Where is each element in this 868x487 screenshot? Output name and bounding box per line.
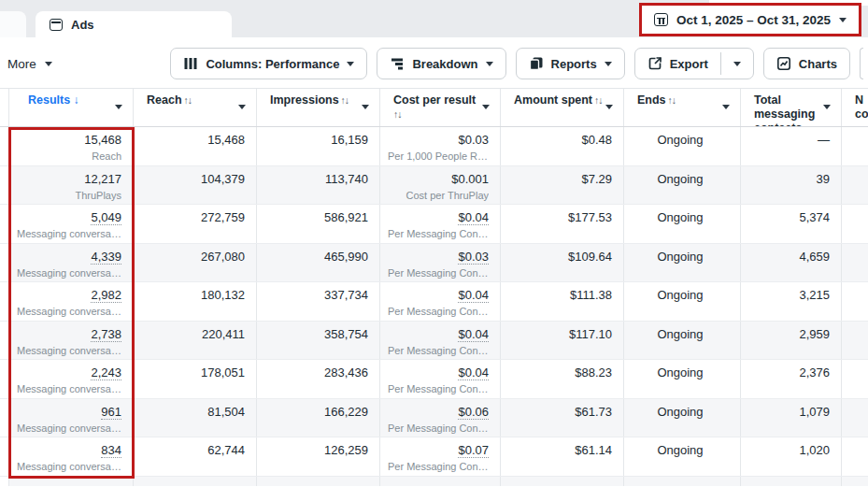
column-header-total_messaging_contacts[interactable]: Total messaging contacts ↑↓ bbox=[741, 89, 842, 126]
row-select-strip[interactable] bbox=[0, 477, 9, 487]
result-value[interactable]: 2,738 bbox=[91, 327, 121, 342]
result-value[interactable]: 2,982 bbox=[91, 288, 121, 303]
amount-spent-cell: $177.53 bbox=[501, 205, 624, 243]
table-row[interactable]: 12,217 ThruPlays 104,379 113,740 $0.001 … bbox=[0, 166, 868, 206]
truncated-cell bbox=[842, 322, 868, 360]
row-select-strip[interactable] bbox=[0, 205, 9, 243]
table-row[interactable]: 2,243 Messaging conversat... 178,051 283… bbox=[0, 360, 868, 399]
charts-button[interactable]: Charts bbox=[763, 48, 850, 79]
date-range-picker[interactable]: Oct 1, 2025 – Oct 31, 2025 bbox=[642, 6, 859, 34]
row-select-strip[interactable] bbox=[0, 437, 9, 476]
column-header-reach[interactable]: Reach ↑↓ bbox=[134, 89, 257, 126]
table-row[interactable]: 2,738 Messaging conversat... 220,411 358… bbox=[0, 322, 868, 361]
ads-table: Results ↓Reach ↑↓Impressions ↑↓Cost per … bbox=[0, 89, 868, 487]
row-select-strip[interactable] bbox=[0, 399, 9, 437]
chevron-down-icon[interactable] bbox=[823, 105, 831, 109]
table-row-partial[interactable] bbox=[0, 477, 868, 487]
chevron-down-icon[interactable] bbox=[482, 105, 490, 109]
column-header-amount_spent[interactable]: Amount spent ↑↓ bbox=[501, 89, 624, 126]
result-type-label: Messaging conversat... bbox=[17, 421, 121, 437]
result-value[interactable]: 961 bbox=[101, 405, 121, 420]
ends-cell: Ongoing bbox=[624, 360, 741, 398]
cost-per-result-value[interactable]: $0.03 bbox=[458, 133, 489, 147]
amount-spent-cell: $88.23 bbox=[501, 360, 624, 398]
column-header-impressions[interactable]: Impressions ↑↓ bbox=[257, 89, 380, 126]
chevron-down-icon[interactable] bbox=[362, 105, 369, 109]
cost-per-result-value[interactable]: $0.03 bbox=[458, 250, 489, 265]
cost-per-result-cell: $0.04 Per Messaging Conv... bbox=[380, 282, 501, 321]
chevron-down-icon bbox=[347, 62, 354, 66]
truncated-cell bbox=[842, 399, 868, 437]
row-select-strip[interactable] bbox=[0, 244, 9, 282]
ends-cell: Ongoing bbox=[624, 437, 741, 476]
tab-ads[interactable]: Ads bbox=[36, 11, 232, 37]
impressions-cell: 166,229 bbox=[257, 399, 380, 437]
cost-per-result-value[interactable]: $0.001 bbox=[451, 172, 489, 186]
table-row[interactable]: 834 Messaging conversat... 62,744 126,25… bbox=[0, 437, 868, 477]
result-value[interactable]: 12,217 bbox=[84, 172, 121, 186]
cost-per-result-value[interactable]: $0.04 bbox=[458, 365, 489, 380]
row-select-strip[interactable] bbox=[0, 127, 9, 165]
ends-cell: Ongoing bbox=[624, 399, 741, 437]
cost-per-result-value[interactable]: $0.07 bbox=[458, 443, 489, 458]
tab-adsets-partial[interactable] bbox=[0, 11, 26, 37]
column-header-ends[interactable]: Ends ↑↓ bbox=[624, 89, 741, 126]
table-row[interactable]: 2,982 Messaging conversat... 180,132 337… bbox=[0, 282, 868, 322]
chevron-down-icon bbox=[486, 62, 493, 66]
amount-spent-cell: $7.29 bbox=[501, 166, 624, 205]
row-select-strip[interactable] bbox=[0, 166, 9, 205]
cost-per-result-value[interactable]: $0.04 bbox=[458, 210, 489, 225]
amount-spent-cell: $111.38 bbox=[501, 282, 624, 321]
table-row[interactable]: 15,468 Reach 15,468 16,159 $0.03 Per 1,0… bbox=[0, 127, 868, 166]
column-header-results[interactable]: Results ↓ bbox=[9, 89, 134, 126]
reach-cell: 220,411 bbox=[134, 322, 257, 360]
impressions-cell: 126,259 bbox=[257, 437, 380, 476]
chevron-down-icon[interactable] bbox=[115, 105, 122, 109]
column-header-next_column_truncated[interactable]: Nco bbox=[842, 89, 868, 126]
ends-cell: Ongoing bbox=[624, 244, 741, 282]
row-select-strip[interactable] bbox=[0, 282, 9, 321]
reports-icon bbox=[529, 56, 544, 71]
more-button[interactable]: More bbox=[7, 52, 52, 75]
total-messaging-contacts-cell: 39 bbox=[741, 166, 842, 205]
cost-per-result-cell: $0.07 Per Messaging Conv... bbox=[380, 437, 501, 476]
cost-per-result-value[interactable]: $0.06 bbox=[458, 405, 489, 420]
breakdown-label: Breakdown bbox=[412, 57, 477, 71]
truncated-cell bbox=[842, 127, 868, 165]
results-cell: 2,243 Messaging conversat... bbox=[9, 360, 134, 398]
cost-per-result-cell: $0.04 Per Messaging Conv... bbox=[380, 205, 501, 243]
result-value[interactable]: 2,243 bbox=[91, 365, 121, 380]
result-value[interactable]: 15,468 bbox=[84, 133, 121, 147]
cost-per-result-label: Per Messaging Conv... bbox=[388, 421, 489, 437]
reports-button[interactable]: Reports bbox=[516, 48, 625, 79]
select-column-strip[interactable] bbox=[0, 89, 9, 126]
truncated-cell bbox=[842, 282, 868, 321]
next-button-partial[interactable] bbox=[860, 48, 863, 79]
result-value[interactable]: 5,049 bbox=[91, 210, 121, 225]
sort-both-icon: ↑↓ bbox=[393, 108, 402, 120]
reach-cell bbox=[134, 477, 257, 487]
breakdown-button[interactable]: Breakdown bbox=[377, 48, 505, 79]
table-row[interactable]: 961 Messaging conversat... 81,504 166,22… bbox=[0, 399, 868, 438]
column-header-cost_per_result[interactable]: Cost per result ↑↓ bbox=[380, 89, 501, 126]
result-value[interactable]: 4,339 bbox=[91, 250, 121, 265]
table-row[interactable]: 4,339 Messaging conversat... 267,080 465… bbox=[0, 244, 868, 283]
cost-per-result-value[interactable]: $0.04 bbox=[458, 288, 489, 303]
export-options-button[interactable] bbox=[721, 49, 753, 79]
result-value[interactable]: 834 bbox=[101, 443, 121, 458]
cost-per-result-value[interactable]: $0.04 bbox=[458, 327, 489, 342]
ends-cell bbox=[624, 477, 741, 487]
row-select-strip[interactable] bbox=[0, 322, 9, 360]
reach-cell: 81,504 bbox=[134, 399, 257, 437]
chevron-down-icon bbox=[733, 62, 741, 66]
table-row[interactable]: 5,049 Messaging conversat... 272,759 586… bbox=[0, 205, 868, 244]
chevron-down-icon[interactable] bbox=[238, 105, 246, 109]
export-button[interactable]: Export bbox=[635, 49, 720, 79]
results-cell: 5,049 Messaging conversat... bbox=[9, 205, 134, 243]
total-messaging-contacts-cell: 5,374 bbox=[741, 205, 842, 243]
row-select-strip[interactable] bbox=[0, 360, 9, 398]
columns-button[interactable]: Columns: Performance bbox=[170, 48, 367, 79]
chevron-down-icon[interactable] bbox=[605, 105, 613, 109]
chevron-down-icon[interactable] bbox=[722, 105, 730, 109]
impressions-cell: 337,734 bbox=[257, 282, 380, 321]
